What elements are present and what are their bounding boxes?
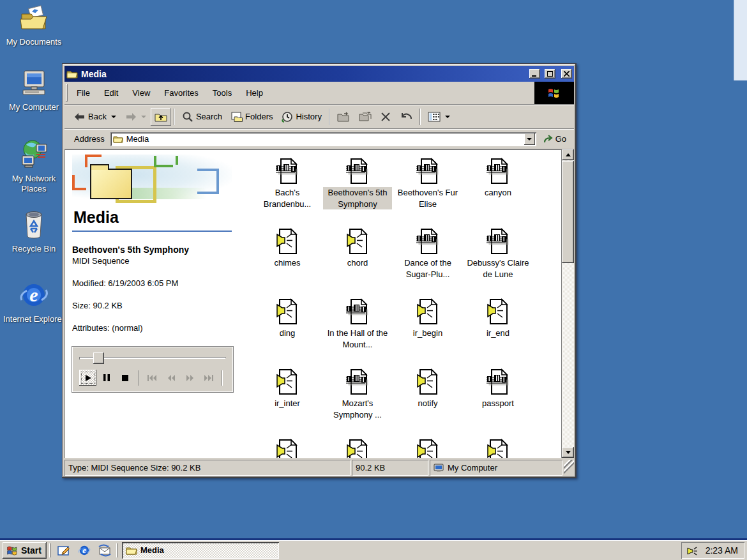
wave-file-icon xyxy=(273,368,301,396)
scrollbar-track[interactable] xyxy=(562,263,574,447)
up-button[interactable] xyxy=(151,108,171,126)
pause-button[interactable] xyxy=(98,370,115,386)
file-item[interactable] xyxy=(393,437,463,458)
desktop-icon-my-network-places[interactable]: My Network Places xyxy=(0,138,68,195)
forward-button[interactable] xyxy=(121,108,151,126)
search-label: Search xyxy=(196,112,222,121)
menu-view[interactable]: View xyxy=(125,82,157,104)
taskbar-clock: 2:23 AM xyxy=(706,545,738,556)
desktop-icon-my-documents[interactable]: My Documents xyxy=(0,4,68,47)
forward-icon xyxy=(125,112,137,121)
file-type-icon xyxy=(414,226,442,255)
quick-launch-outlook-express[interactable] xyxy=(96,542,114,559)
menu-grip[interactable] xyxy=(66,84,68,102)
back-dropdown-caret[interactable] xyxy=(111,116,116,118)
back-button[interactable]: Back xyxy=(70,108,121,126)
task-folder-icon xyxy=(126,545,137,555)
folders-button[interactable]: Folders xyxy=(227,108,277,126)
file-item[interactable]: ir_begin xyxy=(393,296,463,367)
file-type-icon xyxy=(414,156,442,185)
file-name-label: Mozart's Symphony ... xyxy=(323,398,392,420)
explorer-window: Media File Edit View Favorites Tools Hel… xyxy=(62,63,577,478)
delete-button[interactable] xyxy=(376,108,395,126)
file-item[interactable]: Bach's Brandenbu... xyxy=(252,156,322,226)
toolbar: Back Search Folders xyxy=(64,105,574,129)
file-type-icon xyxy=(414,367,442,396)
search-button[interactable]: Search xyxy=(177,108,227,126)
skip-back-button xyxy=(144,370,161,386)
menu-edit[interactable]: Edit xyxy=(97,82,125,104)
wave-file-icon xyxy=(343,227,372,255)
status-zone: My Computer xyxy=(430,460,562,476)
copy-to-icon xyxy=(359,112,372,122)
file-item[interactable]: chord xyxy=(322,226,393,296)
quick-launch-show-desktop[interactable] xyxy=(55,542,73,559)
my-computer-icon xyxy=(19,69,49,100)
show-desktop-icon xyxy=(57,544,71,557)
file-item[interactable]: Beethoven's 5th Symphony xyxy=(322,156,393,226)
title-bar[interactable]: Media xyxy=(64,66,574,82)
desktop-icon-my-computer[interactable]: My Computer xyxy=(0,69,68,112)
selected-file-type: MIDI Sequence xyxy=(72,256,238,266)
move-to-button[interactable] xyxy=(333,108,354,126)
file-type-icon xyxy=(343,367,372,396)
file-item[interactable]: canyon xyxy=(463,156,533,226)
file-item[interactable]: passport xyxy=(463,367,533,437)
banner-folder-icon xyxy=(90,169,132,199)
file-item[interactable]: ir_end xyxy=(463,296,533,367)
file-item[interactable]: ir_inter xyxy=(252,367,322,437)
wave-file-icon xyxy=(414,368,442,396)
scroll-down-button[interactable] xyxy=(562,447,574,458)
menu-file[interactable]: File xyxy=(70,82,97,104)
file-item[interactable]: Dance of the Sugar-Plu... xyxy=(393,226,463,296)
menu-tools[interactable]: Tools xyxy=(206,82,239,104)
desktop-icon-label: Internet Explorer xyxy=(3,314,64,324)
undo-button[interactable] xyxy=(395,108,417,126)
window-resize-grip[interactable] xyxy=(564,460,574,476)
menu-help[interactable]: Help xyxy=(239,82,270,104)
file-item[interactable]: Mozart's Symphony ... xyxy=(322,367,393,437)
address-dropdown-button[interactable] xyxy=(524,133,535,145)
close-button[interactable] xyxy=(561,69,572,79)
file-item[interactable] xyxy=(463,437,533,458)
status-type-size: Type: MIDI Sequence Size: 90.2 KB xyxy=(64,460,351,476)
file-item[interactable]: Beethoven's Fur Elise xyxy=(393,156,463,226)
volume-icon[interactable] xyxy=(686,545,699,556)
start-windows-flag-icon xyxy=(6,545,19,556)
file-item[interactable]: In the Hall of the Mount... xyxy=(322,296,393,367)
file-item[interactable]: chimes xyxy=(252,226,322,296)
quick-launch-internet-explorer[interactable]: e xyxy=(75,542,93,559)
desktop-icon-recycle-bin[interactable]: Recycle Bin xyxy=(0,208,68,254)
views-button[interactable] xyxy=(423,108,455,126)
file-item[interactable]: ding xyxy=(252,296,322,367)
seek-slider[interactable] xyxy=(79,352,226,364)
stop-button[interactable] xyxy=(116,370,133,386)
file-type-icon xyxy=(484,437,512,458)
file-item[interactable]: Debussy's Claire de Lune xyxy=(463,226,533,296)
minimize-button[interactable] xyxy=(529,69,540,79)
start-button[interactable]: Start xyxy=(3,542,47,559)
go-button[interactable]: Go xyxy=(540,133,570,145)
copy-to-button[interactable] xyxy=(354,108,376,126)
task-button-media[interactable]: Media xyxy=(122,542,279,559)
vertical-scrollbar[interactable] xyxy=(561,149,574,458)
scroll-up-button[interactable] xyxy=(562,149,574,160)
desktop-icon-internet-explorer[interactable]: e Internet Explorer xyxy=(0,278,68,324)
file-name-label: chimes xyxy=(273,257,301,269)
play-button[interactable] xyxy=(79,370,96,386)
views-dropdown-caret[interactable] xyxy=(445,116,450,118)
address-input[interactable]: Media xyxy=(110,132,536,146)
file-type-icon xyxy=(273,156,301,185)
history-button[interactable]: History xyxy=(277,108,326,126)
seek-thumb[interactable] xyxy=(93,352,104,364)
maximize-button[interactable] xyxy=(545,69,555,79)
file-item[interactable] xyxy=(252,437,322,458)
file-item[interactable]: notify xyxy=(393,367,463,437)
file-list-area[interactable]: Bach's Brandenbu... xyxy=(238,149,561,458)
file-name-label: Dance of the Sugar-Plu... xyxy=(393,257,462,280)
selected-file-name: Beethoven's 5th Symphony xyxy=(72,245,238,255)
scrollbar-thumb[interactable] xyxy=(562,161,574,263)
desktop-icon-label: My Documents xyxy=(6,37,62,47)
menu-favorites[interactable]: Favorites xyxy=(157,82,205,104)
file-item[interactable] xyxy=(322,437,393,458)
